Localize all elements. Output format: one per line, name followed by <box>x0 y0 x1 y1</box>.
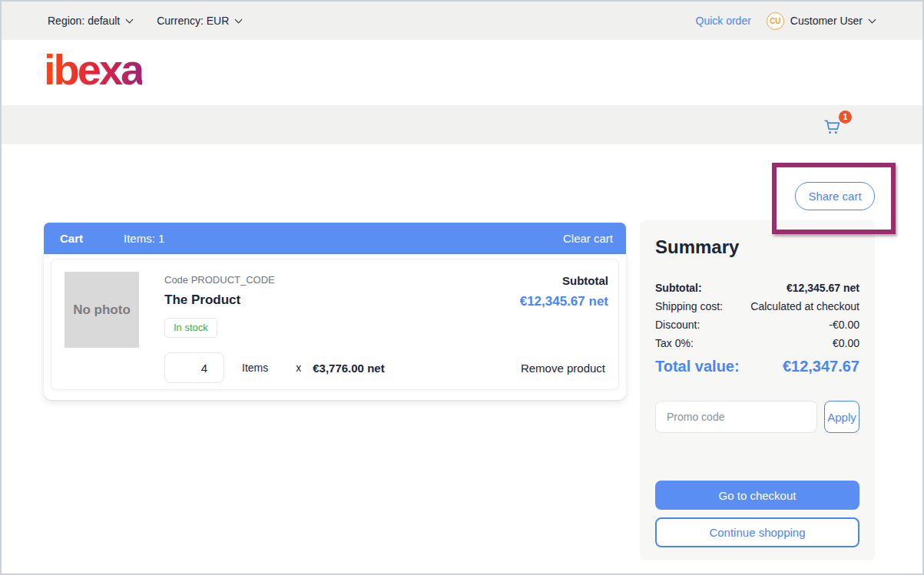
product-photo-placeholder: No photo <box>65 272 139 348</box>
main-content: Share cart Cart Items: 1 Clear cart No p… <box>2 144 922 573</box>
summary-row-tax: Tax 0%: €0.00 <box>655 337 859 349</box>
summary-row-subtotal: Subtotal: €12,345.67 net <box>655 282 859 294</box>
cart-header: Cart Items: 1 Clear cart <box>44 223 626 254</box>
product-code: Code PRODUCT_CODE <box>164 274 520 286</box>
summary-row-shipping: Shipping cost: Calculated at checkout <box>655 300 859 312</box>
quantity-input[interactable] <box>164 352 224 383</box>
chevron-down-icon <box>126 16 134 24</box>
product-info: Code PRODUCT_CODE The Product In stock <box>164 272 520 348</box>
promo-code-input[interactable] <box>655 401 817 433</box>
summary-value: Calculated at checkout <box>750 300 859 312</box>
go-to-checkout-button[interactable]: Go to checkout <box>655 481 859 510</box>
cart-panel: Cart Items: 1 Clear cart No photo Code P… <box>44 223 626 400</box>
summary-value: €0.00 <box>833 337 859 349</box>
continue-shopping-button[interactable]: Continue shopping <box>655 517 859 547</box>
multiply-sign: x <box>296 362 301 374</box>
region-label: Region: default <box>48 15 120 27</box>
total-value-row: Total value: €12,347.67 <box>655 358 859 375</box>
total-value: €12,347.67 <box>783 358 859 375</box>
cart-body: No photo Code PRODUCT_CODE The Product I… <box>44 254 626 400</box>
summary-label: Tax 0%: <box>655 337 694 349</box>
storefront-page: Region: default Currency: EUR Quick orde… <box>0 0 924 575</box>
unit-price: €3,776.00 net <box>313 362 384 375</box>
items-label: Items <box>242 362 268 374</box>
cart-items-count: Items: 1 <box>124 232 164 245</box>
share-cart-button[interactable]: Share cart <box>795 182 875 210</box>
quantity-row: Items x €3,776.00 net Remove product <box>164 352 608 383</box>
summary-value: -€0.00 <box>829 319 859 331</box>
clear-cart-link[interactable]: Clear cart <box>563 232 613 245</box>
currency-selector[interactable]: Currency: EUR <box>157 15 241 27</box>
cart-item-top-row: No photo Code PRODUCT_CODE The Product I… <box>65 272 608 348</box>
summary-label: Shipping cost: <box>655 300 723 312</box>
quick-order-link[interactable]: Quick order <box>696 15 751 27</box>
chevron-down-icon <box>869 16 876 24</box>
currency-label: Currency: EUR <box>157 15 229 27</box>
user-name: Customer User <box>790 15 863 27</box>
top-bar-right: Quick order CU Customer User <box>696 12 876 30</box>
item-subtotal-label: Subtotal <box>520 274 608 287</box>
logo-band: ibexa <box>2 40 922 105</box>
top-bar-left: Region: default Currency: EUR <box>48 15 241 27</box>
chevron-down-icon <box>235 16 243 24</box>
promo-code-row: Apply <box>655 401 859 433</box>
summary-label: Discount: <box>655 319 700 331</box>
ibexa-logo[interactable]: ibexa <box>44 48 142 97</box>
product-name: The Product <box>164 292 520 308</box>
top-bar: Region: default Currency: EUR Quick orde… <box>2 2 922 40</box>
cart-button[interactable]: 1 <box>823 114 849 138</box>
remove-product-link[interactable]: Remove product <box>521 362 605 375</box>
summary-title: Summary <box>655 236 859 258</box>
item-subtotal-value: €12,345.67 net <box>520 294 608 309</box>
nav-bar: 1 <box>2 105 922 144</box>
region-selector[interactable]: Region: default <box>48 15 132 27</box>
total-label: Total value: <box>655 358 740 375</box>
summary-row-discount: Discount: -€0.00 <box>655 319 859 331</box>
avatar: CU <box>767 12 784 30</box>
apply-promo-button[interactable]: Apply <box>824 401 859 433</box>
cart-item: No photo Code PRODUCT_CODE The Product I… <box>51 259 619 390</box>
user-menu[interactable]: CU Customer User <box>767 12 875 30</box>
cart-badge: 1 <box>839 111 852 124</box>
summary-label: Subtotal: <box>655 282 702 294</box>
summary-panel: Summary Subtotal: €12,345.67 net Shippin… <box>640 220 875 560</box>
item-subtotal: Subtotal €12,345.67 net <box>520 272 608 348</box>
summary-value: €12,345.67 net <box>787 282 859 294</box>
stock-status-badge: In stock <box>164 318 217 338</box>
cart-title: Cart <box>60 232 83 245</box>
